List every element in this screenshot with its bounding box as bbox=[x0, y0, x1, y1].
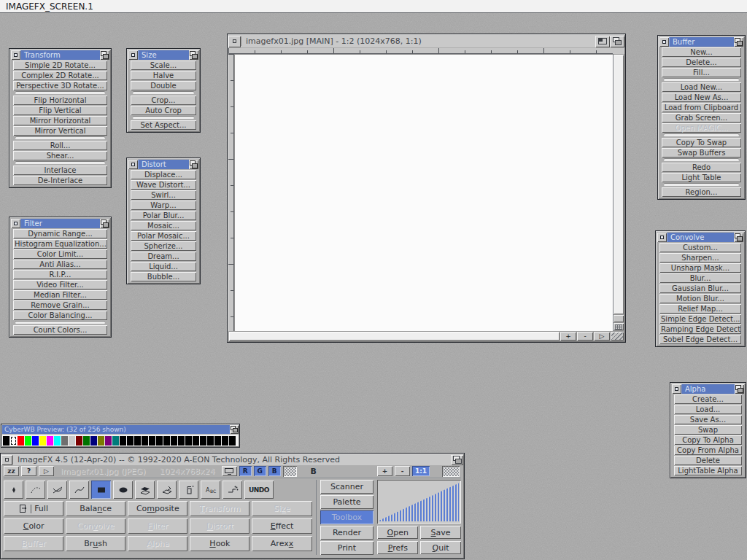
scroll-gadget[interactable] bbox=[614, 315, 624, 322]
color-swatch[interactable] bbox=[120, 436, 126, 446]
swirl-button[interactable]: Swirl... bbox=[131, 190, 196, 200]
polygon-tool[interactable] bbox=[135, 481, 155, 499]
ramping-edge-detect-button[interactable]: Ramping Edge Detect bbox=[659, 324, 741, 334]
color-swatch[interactable] bbox=[32, 436, 39, 446]
simple-edge-detect-button[interactable]: Simple Edge Detect... bbox=[659, 314, 741, 324]
toolbox-titlebar[interactable]: ImageFX 4.5 (12-Apr-20) -- © 1992-2020 A… bbox=[1, 454, 463, 465]
vertical-scroll-thumb[interactable] bbox=[614, 55, 624, 314]
color-swatch[interactable] bbox=[207, 436, 214, 446]
color-swatch[interactable] bbox=[156, 436, 163, 446]
hook-button[interactable]: Hook bbox=[190, 536, 249, 551]
dither-toggle-icon[interactable] bbox=[283, 466, 297, 477]
color-swatch[interactable] bbox=[18, 436, 24, 446]
zoom-out-button[interactable]: - bbox=[577, 332, 593, 341]
count-colors-button[interactable]: Count Colors... bbox=[13, 325, 107, 335]
depth-gadget-icon[interactable] bbox=[230, 425, 239, 434]
filter-titlebar[interactable]: Filter bbox=[11, 219, 109, 228]
zoom-ratio-button[interactable]: 1:1 bbox=[412, 466, 430, 476]
preview-play-button[interactable]: ▷ bbox=[39, 466, 54, 476]
convolve-titlebar[interactable]: Convolve bbox=[657, 233, 743, 242]
color-swatch[interactable] bbox=[98, 436, 104, 446]
color-swatch[interactable] bbox=[61, 436, 68, 446]
size-titlebar[interactable]: Size bbox=[128, 50, 198, 60]
distort-titlebar[interactable]: Distort bbox=[128, 160, 198, 169]
blur-button[interactable]: Blur... bbox=[659, 273, 741, 283]
color-swatch[interactable] bbox=[69, 436, 75, 446]
color-swatch[interactable] bbox=[134, 436, 141, 446]
green-channel-button[interactable]: G bbox=[254, 466, 266, 476]
load-new-button[interactable]: Load New... bbox=[662, 82, 741, 92]
close-gadget-icon[interactable] bbox=[657, 233, 667, 242]
vertical-scrollbar[interactable] bbox=[613, 54, 624, 331]
freehand-tool[interactable] bbox=[26, 481, 45, 499]
delete-alpha-button[interactable]: Delete bbox=[674, 456, 742, 465]
load-button[interactable]: Load... bbox=[674, 405, 742, 414]
color-swatch[interactable] bbox=[200, 436, 206, 446]
warp-button[interactable]: Warp... bbox=[131, 201, 196, 210]
sharpen-button[interactable]: Sharpen... bbox=[659, 253, 741, 262]
displace-button[interactable]: Displace... bbox=[131, 170, 196, 179]
screen-titlebar[interactable]: IMAGEFX_SCREEN.1 bbox=[0, 0, 747, 13]
color-swatch[interactable] bbox=[3, 436, 9, 446]
close-gadget-icon[interactable] bbox=[228, 36, 241, 47]
new-button[interactable]: New... bbox=[662, 47, 741, 57]
alpha-titlebar[interactable]: Alpha bbox=[672, 384, 744, 394]
palette-button[interactable]: Palette bbox=[320, 495, 374, 509]
median-filter-button[interactable]: Median Filter... bbox=[13, 290, 107, 300]
double-button[interactable]: Double bbox=[131, 81, 196, 90]
buffer-titlebar[interactable]: Buffer bbox=[659, 37, 743, 47]
grab-screen-button[interactable]: Grab Screen... bbox=[662, 113, 741, 122]
bubble-button[interactable]: Bubble... bbox=[131, 272, 196, 281]
depth-gadget-icon[interactable] bbox=[189, 160, 198, 169]
create-button[interactable]: Create... bbox=[674, 394, 742, 404]
video-filter-button[interactable]: Video Filter... bbox=[13, 280, 107, 289]
mirror-vertical-button[interactable]: Mirror Vertical bbox=[13, 126, 107, 136]
color-swatch[interactable] bbox=[193, 436, 199, 446]
halve-button[interactable]: Halve bbox=[131, 71, 196, 80]
line-tool[interactable] bbox=[47, 481, 67, 499]
liquid-button[interactable]: Liquid... bbox=[131, 262, 196, 271]
sleep-button[interactable]: zz bbox=[4, 466, 19, 476]
open-button[interactable]: Open bbox=[377, 526, 418, 539]
close-gadget-icon[interactable] bbox=[11, 50, 20, 60]
close-gadget-icon[interactable] bbox=[672, 384, 681, 394]
pan-button[interactable]: ▷ bbox=[594, 332, 610, 341]
depth-gadget-icon[interactable] bbox=[451, 455, 463, 465]
light-table-button[interactable]: Light Table bbox=[662, 173, 741, 182]
dynamic-range-button[interactable]: Dynamic Range... bbox=[13, 229, 107, 238]
polar-mosaic-button[interactable]: Polar Mosaic... bbox=[131, 231, 196, 241]
auto-crop-button[interactable]: Auto Crop bbox=[131, 106, 196, 115]
close-gadget-icon[interactable] bbox=[128, 50, 138, 60]
prefs-button[interactable]: Prefs bbox=[377, 541, 418, 554]
depth-gadget-icon[interactable] bbox=[100, 219, 109, 228]
load-new-as-button[interactable]: Load New As... bbox=[662, 93, 741, 102]
copy-from-alpha-button[interactable]: Copy From Alpha bbox=[674, 446, 742, 455]
anti-alias-button[interactable]: Anti Alias... bbox=[13, 260, 107, 269]
perspective-3d-rotate-button[interactable]: Perspective 3D Rotate... bbox=[13, 81, 107, 90]
custom-button[interactable]: Custom... bbox=[659, 243, 741, 252]
render-button[interactable]: Render bbox=[320, 526, 374, 540]
color-swatch[interactable] bbox=[90, 436, 97, 446]
save-as-button[interactable]: Save As... bbox=[674, 415, 742, 424]
brush-button[interactable]: Brush bbox=[66, 536, 125, 551]
color-swatch[interactable] bbox=[54, 436, 61, 446]
flip-vertical-button[interactable]: Flip Vertical bbox=[13, 106, 107, 115]
swap-button[interactable]: Swap bbox=[674, 425, 742, 435]
color-swatch[interactable] bbox=[163, 436, 170, 446]
color-swatch[interactable] bbox=[142, 436, 148, 446]
color-swatch[interactable] bbox=[76, 436, 82, 446]
color-swatch[interactable] bbox=[112, 436, 119, 446]
polar-blur-button[interactable]: Polar Blur... bbox=[131, 211, 196, 220]
image-canvas[interactable] bbox=[234, 54, 613, 331]
rip-button[interactable]: R.I.P... bbox=[13, 270, 107, 279]
histogram-equalization-button[interactable]: Histogram Equalization... bbox=[13, 239, 107, 249]
zoom-in-button[interactable]: + bbox=[377, 466, 392, 476]
wave-distort-button[interactable]: Wave Distort... bbox=[131, 180, 196, 190]
remove-grain-button[interactable]: Remove Grain... bbox=[13, 300, 107, 310]
relief-map-button[interactable]: Relief Map... bbox=[659, 304, 741, 314]
clone-tool[interactable] bbox=[179, 481, 198, 499]
depth-gadget-icon[interactable] bbox=[189, 50, 198, 60]
zoom-gadget-icon[interactable] bbox=[595, 36, 610, 47]
image-window-titlebar[interactable]: imagefx01.jpg [MAIN] - 1:2 (1024x768, 1:… bbox=[228, 35, 624, 47]
color-swatch[interactable] bbox=[149, 436, 155, 446]
